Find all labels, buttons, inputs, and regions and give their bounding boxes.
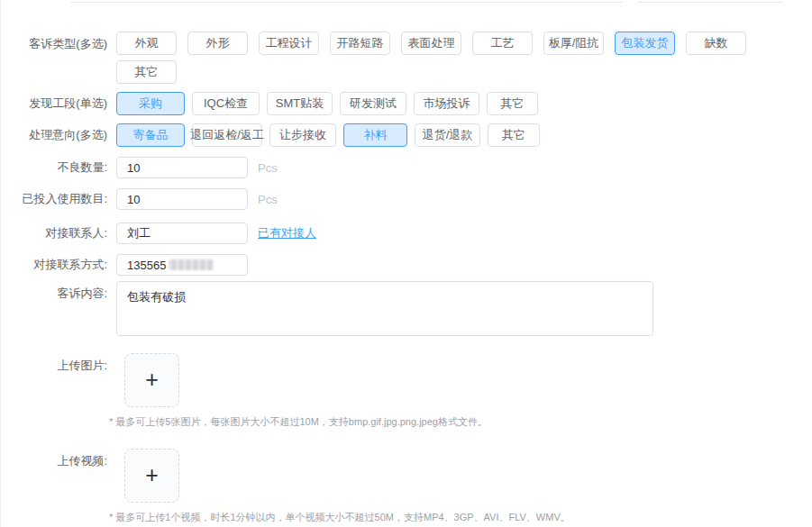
- complaint-type-option[interactable]: 工艺: [472, 32, 533, 55]
- complaint-type-options: 外观 外形 工程设计 开路短路 表面处理 工艺 板厚/阻抗 包装发货 缺数 其它: [116, 32, 774, 84]
- complaint-form: 客诉类型(多选) 外观 外形 工程设计 开路短路 表面处理 工艺 板厚/阻抗 包…: [1, 0, 812, 524]
- complaint-type-option[interactable]: 外形: [187, 32, 248, 55]
- discovery-stage-option-selected[interactable]: 采购: [116, 92, 185, 115]
- top-divider: [638, 2, 783, 3]
- contact-method-label: 对接联系方式:: [1, 258, 107, 273]
- row-complaint-type: 客诉类型(多选) 外观 外形 工程设计 开路短路 表面处理 工艺 板厚/阻抗 包…: [1, 32, 812, 84]
- row-discovery-stage: 发现工段(单选) 采购 IQC检查 SMT贴装 研发测试 市场投诉 其它: [1, 92, 812, 115]
- handling-intent-option[interactable]: 退货/退款: [415, 123, 480, 147]
- upload-image-hint: * 最多可上传5张图片，每张图片大小不超过10M，支持bmp.gif.jpg.p…: [109, 415, 488, 429]
- handling-intent-option-selected[interactable]: 寄备品: [116, 123, 185, 147]
- plus-icon: +: [145, 464, 159, 486]
- defect-qty-unit: Pcs: [258, 161, 278, 175]
- handling-intent-option[interactable]: 退回返检/返工: [192, 123, 262, 147]
- complaint-type-option[interactable]: 表面处理: [401, 32, 461, 55]
- discovery-stage-label: 发现工段(单选): [1, 96, 107, 112]
- complaint-type-option[interactable]: 外观: [116, 32, 177, 55]
- contact-method-visible-digits: 135565: [127, 259, 166, 272]
- upload-video-button[interactable]: +: [124, 449, 179, 503]
- used-qty-label: 已投入使用数目:: [1, 192, 107, 207]
- contact-person-input[interactable]: [116, 223, 248, 244]
- used-qty-input[interactable]: [116, 188, 248, 210]
- row-used-qty: 已投入使用数目: Pcs: [1, 188, 812, 210]
- row-handling-intent: 处理意向(多选) 寄备品 退回返检/返工 让步接收 补料 退货/退款 其它: [1, 123, 812, 147]
- complaint-type-label: 客诉类型(多选): [1, 32, 107, 52]
- row-complaint-content: 客诉内容: 包装有破损: [1, 281, 812, 340]
- defect-qty-input[interactable]: [116, 157, 248, 178]
- handling-intent-option[interactable]: 其它: [488, 123, 540, 147]
- upload-video-label: 上传视频:: [1, 449, 107, 469]
- row-upload-video: 上传视频: + * 最多可上传1个视频，时长1分钟以内，单个视频大小不超过50M…: [1, 449, 812, 524]
- discovery-stage-option[interactable]: IQC检查: [192, 92, 260, 115]
- plus-icon: +: [145, 368, 159, 391]
- complaint-type-option[interactable]: 开路短路: [330, 32, 390, 55]
- complaint-type-option[interactable]: 缺数: [686, 32, 746, 55]
- upload-image-button[interactable]: +: [124, 353, 179, 407]
- used-qty-unit: Pcs: [258, 193, 278, 206]
- complaint-content-label: 客诉内容:: [1, 281, 107, 302]
- top-divider: [70, 2, 623, 3]
- handling-intent-label: 处理意向(多选): [1, 128, 107, 143]
- discovery-stage-option[interactable]: 市场投诉: [414, 92, 479, 115]
- complaint-form-page: 客诉类型(多选) 外观 外形 工程设计 开路短路 表面处理 工艺 板厚/阻抗 包…: [0, 0, 812, 527]
- discovery-stage-option[interactable]: SMT贴装: [267, 92, 333, 115]
- complaint-content-textarea[interactable]: 包装有破损: [116, 281, 653, 336]
- discovery-stage-options: 采购 IQC检查 SMT贴装 研发测试 市场投诉 其它: [116, 92, 538, 115]
- upload-image-label: 上传图片:: [1, 353, 107, 374]
- row-upload-image: 上传图片: + * 最多可上传5张图片，每张图片大小不超过10M，支持bmp.g…: [1, 353, 812, 429]
- complaint-type-option[interactable]: 工程设计: [259, 32, 319, 55]
- discovery-stage-option[interactable]: 其它: [487, 92, 538, 115]
- complaint-type-option-selected[interactable]: 包装发货: [615, 32, 675, 55]
- handling-intent-options: 寄备品 退回返检/返工 让步接收 补料 退货/退款 其它: [116, 123, 540, 147]
- complaint-type-option[interactable]: 板厚/阻抗: [543, 32, 604, 55]
- contact-person-label: 对接联系人:: [1, 226, 107, 241]
- contact-method-input[interactable]: 135565: [116, 254, 248, 276]
- handling-intent-option[interactable]: 让步接收: [269, 123, 336, 147]
- defect-qty-label: 不良数量:: [1, 160, 107, 176]
- contact-method-redacted-area: [169, 259, 214, 270]
- existing-contact-link[interactable]: 已有对接人: [258, 225, 316, 241]
- handling-intent-option-selected[interactable]: 补料: [343, 123, 407, 147]
- upload-video-hint: * 最多可上传1个视频，时长1分钟以内，单个视频大小不超过50M，支持MP4、3…: [109, 511, 570, 524]
- discovery-stage-option[interactable]: 研发测试: [340, 92, 406, 115]
- row-contact-method: 对接联系方式: 135565: [1, 254, 812, 276]
- row-contact-person: 对接联系人: 已有对接人: [1, 223, 812, 244]
- row-defect-qty: 不良数量: Pcs: [1, 157, 812, 178]
- complaint-type-option[interactable]: 其它: [116, 60, 177, 84]
